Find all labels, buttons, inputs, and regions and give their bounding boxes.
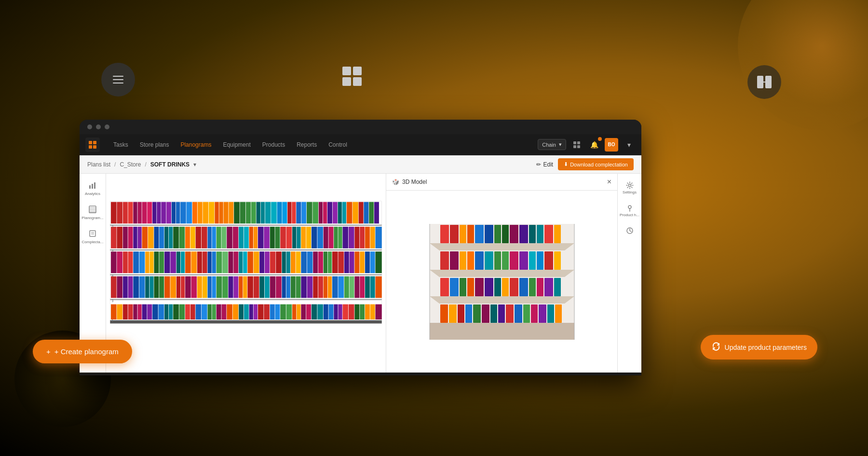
compare-icon[interactable]: [747, 65, 781, 99]
svg-rect-319: [475, 251, 484, 270]
svg-rect-238: [375, 276, 381, 298]
nav-planograms[interactable]: Planograms: [175, 141, 217, 148]
svg-rect-309: [519, 225, 528, 243]
svg-rect-357: [539, 304, 546, 323]
svg-rect-195: [149, 276, 153, 298]
svg-rect-130: [365, 227, 370, 249]
svg-rect-308: [510, 225, 518, 243]
chain-dropdown[interactable]: Chain ▾: [538, 139, 566, 150]
svg-rect-99: [202, 227, 207, 249]
svg-rect-165: [270, 251, 276, 273]
svg-rect-1: [353, 67, 362, 75]
svg-rect-84: [123, 227, 128, 249]
nav-tasks[interactable]: Tasks: [108, 141, 134, 148]
sidebar-complecta[interactable]: Complecta...: [80, 227, 106, 247]
hamburger-icon[interactable]: [101, 63, 135, 97]
svg-rect-222: [291, 276, 296, 298]
svg-rect-175: [324, 251, 327, 273]
svg-rect-331: [450, 278, 459, 296]
svg-rect-98: [196, 227, 202, 249]
svg-marker-329: [430, 296, 574, 304]
nav-control[interactable]: Control: [323, 141, 353, 148]
svg-rect-29: [117, 202, 122, 224]
nav-dropdown-arrow[interactable]: ▾: [622, 138, 636, 152]
create-planogram-button[interactable]: + + Create planogram: [33, 340, 132, 363]
nav-reports[interactable]: Reports: [291, 141, 323, 148]
svg-rect-123: [329, 227, 334, 249]
svg-rect-19: [94, 182, 95, 189]
sidebar-planogram[interactable]: Planogram...: [80, 203, 106, 223]
svg-rect-172: [307, 251, 313, 273]
svg-rect-141: [145, 251, 149, 273]
svg-rect-220: [282, 276, 286, 298]
svg-rect-144: [159, 251, 164, 273]
svg-rect-317: [460, 251, 466, 270]
svg-rect-338: [510, 278, 518, 296]
svg-rect-263: [227, 304, 232, 319]
svg-rect-113: [275, 227, 280, 249]
sidebar-product-highlight[interactable]: Product h...: [618, 201, 641, 220]
app-navbar: Tasks Store plans Planograms Equipment P…: [80, 134, 641, 155]
planogram-area: 2 3 4 3 1: [106, 174, 386, 373]
grid-nav-icon[interactable]: [570, 138, 583, 152]
svg-rect-49: [219, 202, 223, 224]
svg-rect-85: [128, 227, 133, 249]
svg-rect-253: [173, 304, 179, 319]
planogram-label: Planogram...: [81, 216, 103, 220]
grid-icon[interactable]: [333, 57, 371, 96]
svg-rect-120: [312, 227, 317, 249]
svg-rect-147: [176, 251, 180, 273]
svg-rect-246: [137, 304, 141, 319]
update-params-button[interactable]: Update product parameters: [701, 335, 817, 359]
breadcrumb-sep-1: /: [114, 161, 116, 168]
svg-rect-354: [515, 304, 522, 323]
svg-rect-121: [317, 227, 323, 249]
breadcrumb-store[interactable]: C_Store: [120, 161, 141, 168]
svg-rect-93: [169, 227, 173, 249]
svg-rect-185: [375, 251, 381, 273]
svg-rect-311: [537, 225, 543, 243]
svg-rect-211: [233, 276, 238, 298]
svg-rect-48: [215, 202, 218, 224]
svg-rect-76: [359, 202, 364, 224]
sidebar-history[interactable]: [618, 224, 641, 237]
settings-icon: [626, 181, 634, 189]
notification-icon[interactable]: 🔔: [587, 138, 601, 152]
user-avatar[interactable]: BO: [605, 138, 618, 152]
nav-products[interactable]: Products: [257, 141, 291, 148]
svg-rect-35: [147, 202, 152, 224]
svg-rect-217: [265, 276, 270, 298]
sidebar-settings[interactable]: Settings: [618, 179, 641, 197]
svg-rect-209: [222, 276, 228, 298]
svg-rect-337: [502, 278, 509, 296]
update-params-icon: [711, 342, 721, 353]
svg-rect-328: [554, 251, 561, 270]
svg-rect-300: [440, 225, 449, 243]
model-close-button[interactable]: ×: [607, 178, 611, 186]
svg-rect-287: [354, 304, 359, 319]
svg-rect-119: [306, 227, 311, 249]
svg-rect-181: [354, 251, 359, 273]
chain-label: Chain: [542, 142, 556, 148]
edit-button[interactable]: ✏ Edit: [536, 161, 553, 168]
svg-text:1: 1: [112, 319, 114, 322]
create-planogram-plus-icon: +: [46, 347, 51, 356]
sidebar-analytics[interactable]: Analytics: [80, 179, 106, 199]
model-panel: 🎲 3D Model ×: [386, 174, 617, 373]
svg-rect-75: [353, 202, 358, 224]
svg-rect-18: [92, 184, 93, 189]
svg-rect-194: [145, 276, 149, 298]
svg-rect-232: [344, 276, 349, 298]
download-button[interactable]: ⬇ Download complectation: [558, 158, 634, 170]
svg-rect-183: [365, 251, 370, 273]
svg-rect-358: [547, 304, 554, 323]
svg-rect-105: [233, 227, 239, 249]
svg-rect-312: [544, 225, 553, 243]
breadcrumb-dropdown[interactable]: ▾: [193, 161, 196, 168]
breadcrumb-plans-list[interactable]: Plans list: [87, 161, 110, 168]
app-logo[interactable]: [85, 138, 100, 152]
product-highlight-icon: [626, 204, 634, 212]
svg-rect-56: [257, 202, 260, 224]
nav-store-plans[interactable]: Store plans: [134, 141, 175, 148]
nav-equipment[interactable]: Equipment: [217, 141, 256, 148]
